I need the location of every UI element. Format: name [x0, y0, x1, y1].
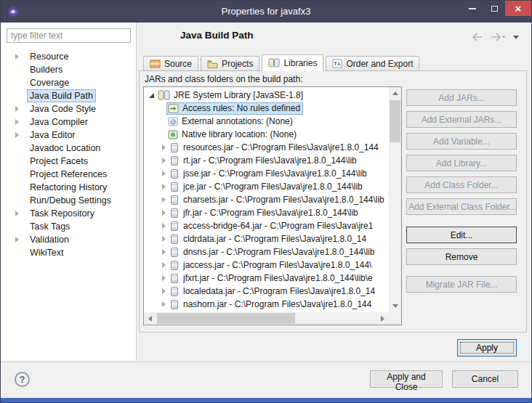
tree-item-label: JRE System Library [JavaSE-1.8]: [174, 90, 303, 100]
tab-order-and-export[interactable]: Order and Export: [326, 56, 419, 71]
tree-item-jar[interactable]: jfxrt.jar - C:\Program Files\Java\jre1.8…: [145, 272, 389, 285]
tree-item-jar[interactable]: access-bridge-64.jar - C:\Program Files\…: [145, 219, 389, 232]
tree-item-jar[interactable]: rt.jar - C:\Program Files\Java\jre1.8.0_…: [145, 154, 389, 167]
expand-arrow-icon[interactable]: [162, 301, 166, 307]
expand-arrow-icon[interactable]: [162, 171, 166, 176]
expand-arrow-icon[interactable]: [15, 211, 19, 216]
expand-arrow-icon[interactable]: [162, 275, 166, 281]
expand-arrow-icon[interactable]: [162, 223, 166, 229]
sidebar-item-resource[interactable]: Resource: [7, 50, 134, 63]
tree-item-jre-system-library[interactable]: JRE System Library [JavaSE-1.8]: [145, 89, 389, 102]
maximize-button[interactable]: [483, 1, 505, 16]
expand-arrow-icon[interactable]: [15, 237, 19, 243]
sidebar-item-run-debug-settings[interactable]: Run/Debug Settings: [7, 194, 134, 207]
tree-item-jar[interactable]: dnsns.jar - C:\Program Files\Java\jre1.8…: [145, 245, 389, 259]
add-class-folder-button: Add Class Folder...: [406, 176, 517, 193]
minimize-button[interactable]: [462, 1, 483, 16]
scrollbar-thumb[interactable]: [157, 313, 295, 324]
close-button[interactable]: ×: [505, 1, 531, 16]
sidebar-item-task-repository[interactable]: Task Repository: [7, 207, 134, 220]
jar-file-icon: [171, 261, 178, 270]
tab-projects[interactable]: Projects: [201, 56, 259, 71]
view-menu-icon[interactable]: [512, 34, 520, 40]
expand-arrow-icon[interactable]: [162, 288, 166, 294]
tree-item-native-library-location[interactable]: Native library location: (None): [145, 128, 389, 141]
access-rules-icon: [168, 104, 179, 113]
sidebar-item-label: Refactoring History: [27, 181, 110, 194]
expand-arrow-icon[interactable]: [162, 158, 166, 163]
expand-arrow-icon[interactable]: [15, 106, 19, 112]
apply-and-close-button[interactable]: Apply and Close: [370, 370, 443, 388]
help-button[interactable]: ?: [15, 372, 30, 387]
footer-separator: [1, 362, 531, 362]
tree-item-label: External annotations: (None): [182, 116, 293, 126]
expand-arrow-icon[interactable]: [15, 119, 19, 125]
sidebar-item-wikitext[interactable]: WikiText: [7, 246, 134, 259]
add-library-button: Add Library...: [406, 155, 517, 171]
apply-button[interactable]: Apply: [457, 339, 517, 357]
tree-item-label: access-bridge-64.jar - C:\Program Files\…: [183, 221, 373, 231]
tree-item-jar[interactable]: jfr.jar - C:\Program Files\Java\jre1.8.0…: [145, 206, 389, 219]
jar-stack-icon: [268, 58, 280, 68]
jar-file-icon: [171, 221, 178, 231]
properties-dialog: Properties for javafx3 × Resource Builde…: [0, 0, 532, 403]
tree-item-access-rules[interactable]: Access rules: No rules defined: [145, 102, 389, 115]
scroll-up-button[interactable]: [389, 87, 401, 99]
expand-arrow-icon[interactable]: [162, 249, 166, 255]
sidebar-item-validation[interactable]: Validation: [7, 233, 134, 246]
tree-item-external-annotations[interactable]: @External annotations: (None): [145, 115, 389, 128]
expand-arrow-icon[interactable]: [15, 54, 19, 60]
sidebar-item-java-code-style[interactable]: Java Code Style: [7, 102, 134, 115]
filter-input[interactable]: [7, 28, 131, 43]
sidebar-item-project-references[interactable]: Project References: [7, 168, 134, 181]
close-icon: ×: [515, 3, 522, 14]
sidebar-item-task-tags[interactable]: Task Tags: [7, 220, 134, 233]
tab-source[interactable]: Source: [143, 56, 198, 71]
titlebar: Properties for javafx3 ×: [1, 1, 531, 23]
sidebar-item-project-facets[interactable]: Project Facets: [7, 155, 134, 168]
order-icon: [332, 59, 342, 68]
scroll-down-button[interactable]: [389, 300, 401, 312]
tree-item-jar[interactable]: jaccess.jar - C:\Program Files\Java\jre1…: [145, 259, 389, 272]
tab-libraries[interactable]: Libraries: [262, 54, 323, 71]
expand-arrow-icon[interactable]: [162, 144, 166, 150]
expand-arrow-icon[interactable]: [162, 184, 166, 190]
tree-item-jar[interactable]: resources.jar - C:\Program Files\Java\jr…: [145, 141, 389, 154]
tree-item-label: Access rules: No rules defined: [182, 103, 300, 113]
migrate-jar-file-button: Migrate JAR File...: [406, 276, 517, 293]
sidebar-item-java-build-path[interactable]: Java Build Path: [7, 89, 134, 102]
scroll-right-button[interactable]: [376, 312, 389, 325]
tree-item-jar[interactable]: jsse.jar - C:\Program Files\Java\jre1.8.…: [145, 167, 389, 180]
sidebar-item-java-compiler[interactable]: Java Compiler: [7, 115, 134, 129]
tree-item-jar[interactable]: cldrdata.jar - C:\Program Files\Java\jre…: [145, 232, 389, 245]
edit-button[interactable]: Edit...: [406, 227, 517, 243]
sidebar-item-builders[interactable]: Builders: [7, 63, 134, 76]
sidebar-item-java-editor[interactable]: Java Editor: [7, 129, 134, 142]
expand-arrow-icon[interactable]: [162, 262, 166, 268]
expand-arrow-icon[interactable]: [162, 236, 166, 242]
vertical-scrollbar[interactable]: [389, 87, 401, 312]
tree-item-jar[interactable]: nashorn.jar - C:\Program Files\Java\jre1…: [145, 298, 389, 311]
add-jars-button: Add JARs...: [406, 89, 517, 106]
remove-button[interactable]: Remove: [406, 248, 517, 265]
sidebar-item-refactoring-history[interactable]: Refactoring History: [7, 181, 134, 194]
tree-item-jar[interactable]: localedata.jar - C:\Program Files\Java\j…: [145, 285, 389, 298]
sidebar-item-coverage[interactable]: Coverage: [7, 76, 134, 89]
expand-arrow-icon[interactable]: [162, 197, 166, 203]
sidebar-item-label: Java Build Path: [27, 89, 96, 102]
cancel-button[interactable]: Cancel: [452, 370, 518, 388]
page-title: Java Build Path: [180, 30, 254, 41]
sidebar-item-javadoc-location[interactable]: Javadoc Location: [7, 142, 134, 155]
expand-arrow-icon[interactable]: [15, 132, 19, 138]
scroll-left-button[interactable]: [144, 312, 156, 325]
collapse-arrow-icon[interactable]: [149, 93, 154, 98]
add-external-class-folder-button: Add External Class Folder...: [406, 198, 517, 215]
tree-item-label: Native library location: (None): [182, 129, 297, 139]
scrollbar-thumb[interactable]: [390, 100, 400, 142]
tree-item-jar[interactable]: charsets.jar - C:\Program Files\Java\jre…: [145, 193, 389, 206]
horizontal-scrollbar[interactable]: [144, 312, 389, 325]
jar-file-icon: [171, 182, 178, 192]
forward-arrow-icon: [490, 33, 506, 41]
tree-item-jar[interactable]: jce.jar - C:\Program Files\Java\jre1.8.0…: [145, 180, 389, 193]
expand-arrow-icon[interactable]: [162, 210, 166, 216]
